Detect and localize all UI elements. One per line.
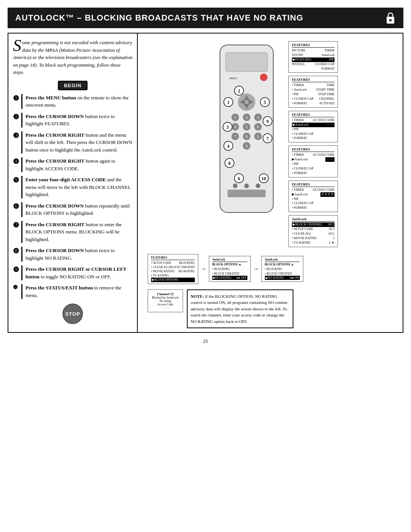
svg-text:2: 2 (238, 88, 240, 94)
bottom-screen-right-sub: BLOCK OPTIONS ▲ (265, 263, 300, 266)
svg-text:1: 1 (227, 100, 229, 105)
step-5-number: ❺ (13, 176, 21, 198)
screen-4-row-3: PIP (292, 162, 335, 166)
step-9-body: to toggle NO RATING ON or OFF. (40, 274, 111, 280)
screen-5-title: FEATURES (292, 182, 335, 187)
remote-illustration: 1 2 3 4 5 6 7 8 9 0 (209, 41, 285, 225)
step-3-title: Press the CURSOR RIGHT (25, 132, 84, 138)
bs-mid-r2: • BLOCK UNRATED (212, 272, 247, 276)
step-10-title: Press the STATUS/EXIT button (25, 285, 93, 291)
step-5: ❺ Enter your four-digit ACCESS CODE and … (13, 176, 132, 198)
bottom-screen-mid-title: AutoLock (212, 258, 247, 262)
screen-2-row-2: AutoLockSTART TIME (292, 88, 335, 92)
screen-3-row-1: TIMERACCESS CODE (292, 118, 335, 123)
bs-right-r3: ▶NO RATING●● ON (265, 276, 300, 280)
step-7: ❼ Press the CURSOR RIGHT button to enter… (13, 221, 132, 243)
screen-1-title: FEATURES (292, 43, 335, 48)
step-2-content: Press the CURSOR DOWN button twice to hi… (21, 113, 132, 128)
screen-6: AutoLock ▶BLOCK CHANNELAV2 SETUP CODEAV2… (288, 215, 338, 247)
main-content: ome programming is not encoded with cont… (8, 33, 403, 333)
svg-text:4: 4 (234, 125, 236, 129)
channel-box: Channel 12 Blocked by AutoLock No rating… (148, 289, 183, 312)
svg-text:7: 7 (234, 134, 236, 139)
step-1-title: Press the MENU button (25, 95, 76, 101)
step-1-number: ❶ (13, 94, 21, 109)
svg-rect-1 (389, 19, 392, 21)
screen-2-row-1: TIMERTIME (292, 83, 335, 88)
bs-left-r3: • MOVIE RATINGNO RATING (151, 269, 195, 273)
svg-text:10: 10 (261, 176, 266, 181)
step-2-number: ❷ (13, 113, 21, 128)
bs-left-r4: • TV RATING (151, 273, 195, 278)
svg-text:5: 5 (264, 100, 266, 105)
screen-5-row-4: CLOSED CAP (292, 201, 335, 206)
step-4-number: ❹ (13, 157, 21, 172)
svg-text:3: 3 (257, 115, 259, 120)
svg-rect-5 (226, 53, 268, 72)
screen-1-row-5: FORMAT (292, 67, 335, 71)
screen-6-row-1: ▶BLOCK CHANNELAV2 (292, 222, 335, 227)
step-4: ❹ Press the CURSOR RIGHT button again to… (13, 157, 132, 172)
svg-text:6: 6 (238, 176, 240, 181)
step-10-content: Press the STATUS/EXIT button to remove t… (21, 284, 132, 299)
svg-text:0: 0 (245, 144, 248, 148)
screen-3-row-5: FORMAT (292, 136, 335, 141)
screen-5: FEATURES TIMERACCESS CODE ▶AutoLockX X X… (288, 181, 338, 212)
step-6-number: ❻ (13, 202, 21, 217)
arrow-1: → (201, 265, 207, 272)
step-7-content: Press the CURSOR RIGHT button to enter t… (21, 221, 132, 243)
step-1-content: Press the MENU button on the remote to s… (21, 94, 132, 109)
step-7-number: ❼ (13, 221, 21, 243)
step-10-number: ❿ (13, 284, 21, 299)
stop-button-icon: STOP (62, 304, 83, 324)
step-1: ❶ Press the MENU button on the remote to… (13, 94, 132, 109)
svg-rect-53 (228, 190, 266, 197)
bs-left-r2: • CLEAR ALLBLOCK UNRATED (151, 265, 195, 269)
svg-text:9: 9 (266, 119, 269, 124)
right-panel: 1 2 3 4 5 6 7 8 9 0 (144, 34, 403, 332)
bottom-screen-right-title: AutoLock (265, 258, 300, 262)
step-8-number: ❽ (13, 247, 21, 262)
screen-6-row-3: CLEAR ALLALL (292, 232, 335, 236)
screen-6-row-5: TV RATING2 ▼ (292, 241, 335, 245)
intro-text: ome programming is not encoded with cont… (13, 40, 132, 75)
note-box: NOTE: If the BLOCKING OPTION, NO RATING … (187, 289, 293, 329)
screen-1-row-1: PICTURETIMER (292, 48, 335, 53)
channel-line3: No rating (152, 299, 179, 303)
step-10: ❿ Press the STATUS/EXIT button to remove… (13, 284, 132, 299)
screen-5-row-2: ▶AutoLockX X X X (292, 192, 335, 197)
screen-2-row-5: FORMATACTIVATE (292, 101, 335, 106)
screen-4-row-2: ▶AutoLock- - - - (292, 157, 335, 162)
svg-point-54 (233, 184, 237, 188)
screen-6-title: AutoLock (292, 217, 335, 222)
step-2-title: Press the CURSOR DOWN (25, 113, 84, 119)
bs-right-r2: • BLOCK UNRATED (265, 272, 300, 276)
screen-4: FEATURES TIMERACCESS CODE ▶AutoLock- - -… (288, 145, 338, 177)
intro-paragraph: ome programming is not encoded with cont… (13, 39, 132, 76)
bs-mid-r1: • BLOCKING (212, 267, 247, 271)
svg-text:4: 4 (227, 144, 229, 149)
bs-left-r1: • SETUP CODEBLOCKING (151, 261, 195, 265)
screen-3-row-4: CLOSED CAP (292, 132, 335, 136)
screen-1-row-4: INSTALLCLOSED CAP (292, 62, 335, 67)
channel-line1: Channel 12 (152, 292, 179, 296)
step-9: ❾ Press the CURSOR RIGHT or CURSOR LEFT … (13, 265, 132, 280)
screen-1: FEATURES PICTURETIMER SOUNDAutoLock ▶FEA… (288, 41, 338, 73)
svg-text:9: 9 (257, 134, 259, 139)
svg-text:8: 8 (245, 134, 248, 139)
lock-icon (385, 11, 396, 24)
note-label: NOTE: (191, 294, 204, 299)
step-5-content: Enter your four-digit ACCESS CODE and th… (21, 176, 132, 198)
step-9-content: Press the CURSOR RIGHT or CURSOR LEFT bu… (21, 265, 132, 280)
bs-mid-r3: ▶NO RATING●● OFF (212, 276, 247, 280)
remote-svg: 1 2 3 4 5 6 7 8 9 0 (209, 41, 285, 224)
screen-3-title: FEATURES (292, 113, 335, 117)
screen-2-title: FEATURES (292, 78, 335, 82)
arrow-2: → (253, 265, 259, 272)
screens-column: FEATURES PICTURETIMER SOUNDAutoLock ▶FEA… (288, 41, 338, 247)
screen-2-row-3: PIPSTOP TIME (292, 92, 335, 97)
screen-2: FEATURES TIMERTIME AutoLockSTART TIME PI… (288, 76, 338, 107)
step-3-number: ❸ (13, 131, 21, 154)
svg-point-56 (256, 184, 260, 188)
bottom-screen-left-title: FEATURES (151, 256, 195, 260)
